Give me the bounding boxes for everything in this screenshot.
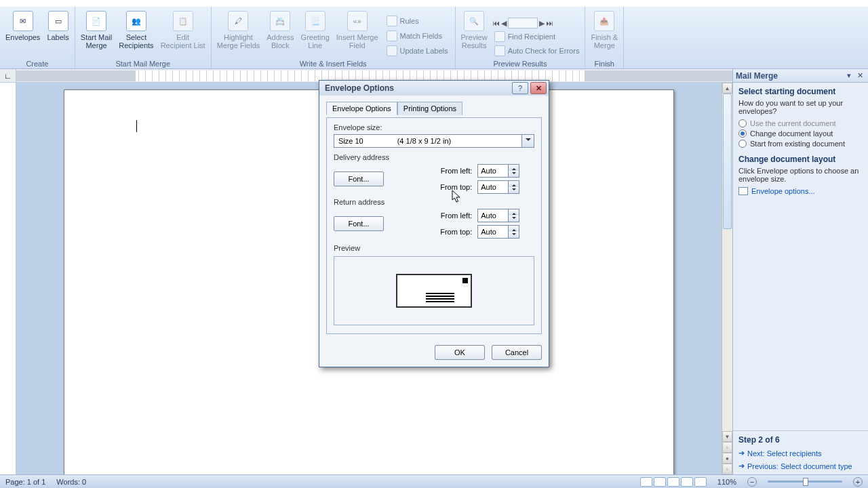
spin-down-icon[interactable]: [509, 232, 519, 238]
people-icon: 👥: [126, 11, 146, 31]
spin-up-icon[interactable]: [509, 209, 519, 216]
browse-object-button[interactable]: ●: [722, 453, 732, 464]
labels-button[interactable]: ▭ Labels: [43, 10, 72, 58]
spin-up-icon[interactable]: [509, 165, 519, 171]
view-outline-button[interactable]: [681, 477, 693, 487]
view-full-screen-button[interactable]: [654, 477, 666, 487]
return-address-label: Return address: [334, 198, 534, 206]
spin-down-icon[interactable]: [509, 187, 519, 193]
delivery-from-top-spinner[interactable]: Auto: [477, 180, 519, 194]
zoom-out-button[interactable]: −: [747, 477, 757, 487]
envelopes-button[interactable]: ✉ Envelopes: [2, 10, 43, 58]
view-draft-button[interactable]: [694, 477, 707, 487]
task-pane-header: Mail Merge ▾ ✕: [733, 69, 868, 83]
chevron-down-icon: [521, 135, 534, 147]
group-label: Write & Insert Fields: [214, 58, 453, 68]
zoom-slider[interactable]: [768, 481, 842, 483]
spin-down-icon[interactable]: [509, 171, 519, 177]
cancel-button[interactable]: Cancel: [492, 345, 542, 360]
field-icon: «»: [347, 11, 368, 31]
ok-button[interactable]: OK: [435, 345, 485, 360]
group-label: Create: [2, 58, 73, 68]
scroll-thumb[interactable]: [723, 94, 732, 229]
wizard-prev-link[interactable]: ➔ Previous: Select document type: [738, 462, 863, 470]
delivery-address-label: Delivery address: [334, 153, 534, 161]
address-block-button[interactable]: 📇 Address Block: [263, 10, 297, 58]
taskpane-desc: Click Envelope options to choose an enve…: [738, 167, 863, 183]
view-print-layout-button[interactable]: [640, 477, 652, 487]
dialog-panel: Envelope size: Size 10(4 1/8 x 9 1/2 in)…: [326, 117, 542, 334]
insert-merge-field-button[interactable]: «» Insert Merge Field: [333, 10, 382, 58]
update-labels-button[interactable]: Update Labels: [384, 45, 450, 57]
vertical-scrollbar[interactable]: ▲ ▼ ◦ ● ◦: [722, 83, 732, 474]
envelope-options-link[interactable]: Envelope options...: [738, 187, 863, 195]
envelope-size-select[interactable]: Size 10(4 1/8 x 9 1/2 in): [334, 134, 534, 148]
taskpane-heading-2: Change document layout: [738, 155, 863, 164]
select-recipients-button[interactable]: 👥 Select Recipients: [115, 10, 157, 58]
first-record-icon[interactable]: ⏮: [492, 18, 500, 28]
view-web-layout-button[interactable]: [667, 477, 679, 487]
ribbon-group-preview-results: 🔍 Preview Results ⏮ ◀ ▶ ⏭ Find Recipient…: [456, 7, 586, 68]
next-page-button[interactable]: ◦: [722, 464, 732, 474]
record-number-input[interactable]: [508, 18, 538, 28]
auto-check-button[interactable]: Auto Check for Errors: [492, 45, 582, 57]
magnifier-icon: 🔍: [464, 11, 484, 31]
tab-selector[interactable]: ∟: [0, 69, 16, 83]
dialog-titlebar[interactable]: Envelope Options ? ✕: [319, 81, 549, 96]
warning-icon: [494, 45, 505, 56]
delivery-from-left-spinner[interactable]: Auto: [477, 164, 519, 178]
greeting-line-button[interactable]: 📃 Greeting Line: [298, 10, 333, 58]
return-from-top-spinner[interactable]: Auto: [477, 225, 519, 239]
arrow-right-icon: ➔: [738, 449, 745, 458]
page-indicator[interactable]: Page: 1 of 1: [5, 478, 45, 486]
find-recipient-button[interactable]: Find Recipient: [492, 30, 582, 43]
zoom-in-button[interactable]: +: [853, 477, 863, 487]
envelope-options-dialog: Envelope Options ? ✕ Envelope Options Pr…: [319, 80, 549, 367]
scroll-down-button[interactable]: ▼: [722, 431, 732, 442]
match-fields-button[interactable]: Match Fields: [384, 30, 450, 42]
finish-icon: 📤: [594, 11, 614, 31]
zoom-slider-knob[interactable]: [803, 478, 808, 486]
option-start-existing[interactable]: Start from existing document: [738, 140, 863, 148]
edit-recipient-list-button[interactable]: 📋 Edit Recipient List: [157, 10, 209, 58]
return-font-button[interactable]: Font...: [334, 216, 384, 231]
document-icon: 📄: [86, 11, 106, 31]
spin-up-icon[interactable]: [509, 181, 519, 187]
spin-down-icon[interactable]: [509, 216, 519, 222]
spin-up-icon[interactable]: [509, 226, 519, 232]
task-pane-close-button[interactable]: ✕: [854, 70, 865, 81]
status-bar: Page: 1 of 1 Words: 0 110% − +: [0, 474, 868, 488]
mail-merge-task-pane: Mail Merge ▾ ✕ Select starting document …: [732, 69, 868, 474]
highlight-merge-fields-button[interactable]: 🖍 Highlight Merge Fields: [214, 10, 264, 58]
edit-list-icon: 📋: [173, 11, 193, 31]
start-mail-merge-button[interactable]: 📄 Start Mail Merge: [77, 10, 115, 58]
preview-results-button[interactable]: 🔍 Preview Results: [458, 10, 491, 58]
wizard-next-link[interactable]: ➔ Next: Select recipients: [738, 449, 863, 458]
word-count[interactable]: Words: 0: [56, 478, 86, 486]
last-record-icon[interactable]: ⏭: [546, 18, 553, 28]
zoom-level[interactable]: 110%: [717, 478, 736, 486]
delivery-font-button[interactable]: Font...: [334, 171, 384, 186]
option-change-layout[interactable]: Change document layout: [738, 129, 863, 138]
dialog-help-button[interactable]: ?: [512, 82, 528, 94]
scroll-track[interactable]: [722, 94, 732, 431]
from-top-label: From top:: [425, 228, 472, 236]
radio-icon: [738, 140, 747, 148]
next-record-icon[interactable]: ▶: [539, 18, 545, 28]
dialog-tabs: Envelope Options Printing Options: [326, 101, 542, 115]
option-use-current[interactable]: Use the current document: [738, 119, 863, 127]
rules-button[interactable]: Rules: [384, 15, 450, 27]
labels-icon: ▭: [48, 11, 68, 31]
prev-page-button[interactable]: ◦: [722, 442, 732, 453]
task-pane-menu-button[interactable]: ▾: [844, 70, 854, 81]
scroll-up-button[interactable]: ▲: [722, 83, 732, 94]
tab-envelope-options[interactable]: Envelope Options: [326, 102, 397, 115]
radio-icon: [738, 129, 747, 138]
dialog-close-button[interactable]: ✕: [530, 82, 547, 94]
taskpane-heading: Select starting document: [738, 87, 863, 96]
return-from-left-spinner[interactable]: Auto: [477, 209, 519, 222]
finish-merge-button[interactable]: 📤 Finish & Merge: [587, 10, 621, 58]
tab-printing-options[interactable]: Printing Options: [397, 102, 462, 115]
prev-record-icon[interactable]: ◀: [501, 18, 507, 28]
highlight-icon: 🖍: [228, 11, 248, 31]
